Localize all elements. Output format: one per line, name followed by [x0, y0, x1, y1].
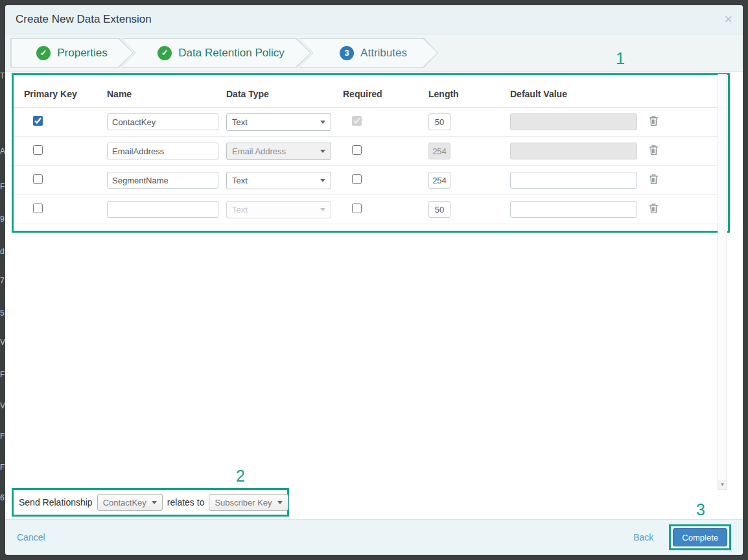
length-input[interactable]	[428, 172, 450, 189]
column-header-length: Length	[428, 89, 510, 99]
table-row: Email Address	[14, 137, 728, 166]
wizard-tab-strip: ✓ Properties ✓ Data Retention Policy 3 A…	[5, 34, 743, 72]
tab-properties[interactable]: ✓ Properties	[10, 38, 134, 68]
background-text-fragment: T	[0, 71, 5, 80]
required-checkbox[interactable]	[352, 174, 362, 184]
modal-title: Create New Data Extension	[16, 13, 152, 26]
name-input[interactable]	[107, 172, 218, 189]
default-value-input	[510, 143, 637, 159]
background-text-fragment: V	[0, 401, 5, 410]
primary-key-checkbox[interactable]	[33, 204, 43, 213]
column-header-name: Name	[107, 89, 226, 99]
data-type-value: Email Address	[232, 146, 320, 156]
column-header-primary-key: Primary Key	[24, 89, 107, 99]
tab-properties-label: Properties	[57, 47, 107, 60]
data-type-select[interactable]: Email Address	[226, 143, 331, 160]
annotation-number-1: 1	[616, 49, 625, 68]
default-value-input[interactable]	[510, 172, 637, 189]
column-header-data-type: Data Type	[226, 89, 343, 99]
table-row: Text	[14, 108, 728, 137]
attributes-table-header: Primary Key Name Data Type Required Leng…	[14, 80, 728, 108]
default-value-input[interactable]	[510, 201, 637, 218]
background-text-fragment: F	[0, 370, 5, 379]
back-link[interactable]: Back	[633, 532, 653, 542]
background-text-fragment: F	[0, 182, 5, 191]
vertical-scrollbar[interactable]: ▼	[718, 74, 727, 490]
data-type-value: Text	[232, 117, 320, 127]
chevron-down-icon	[152, 501, 157, 504]
trash-icon[interactable]	[649, 145, 659, 156]
trash-icon[interactable]	[649, 203, 659, 214]
length-input[interactable]	[428, 201, 450, 218]
tab-data-retention-policy-label: Data Retention Policy	[178, 47, 284, 60]
required-checkbox	[352, 116, 362, 126]
send-relationship-label: Send Relationship	[19, 497, 93, 508]
background-text-fragment: V	[0, 338, 5, 347]
tab-data-retention-policy[interactable]: ✓ Data Retention Policy	[122, 38, 311, 68]
chevron-down-icon	[320, 179, 325, 182]
subscriber-key-value: Subscriber Key	[215, 498, 272, 508]
background-text-fragment: 6	[0, 493, 5, 502]
default-value-input	[510, 113, 637, 130]
subscriber-key-select[interactable]: Subscriber Key	[209, 494, 288, 511]
length-input	[428, 143, 450, 159]
attributes-table-highlight-box: Primary Key Name Data Type Required Leng…	[12, 73, 730, 233]
primary-key-checkbox[interactable]	[33, 116, 43, 126]
background-text-fragment: 7	[0, 276, 5, 285]
background-text-fragment: 9	[0, 215, 5, 224]
check-circle-icon: ✓	[158, 46, 172, 60]
background-text-fragment: 5	[0, 309, 5, 318]
primary-key-checkbox[interactable]	[33, 145, 43, 155]
length-input[interactable]	[428, 113, 450, 130]
chevron-down-icon	[320, 208, 325, 211]
chevron-down-icon	[320, 121, 325, 124]
data-type-value: Text	[232, 205, 320, 215]
trash-icon[interactable]	[649, 174, 659, 185]
modal-header: Create New Data Extension ×	[5, 5, 743, 34]
send-relationship-field-value: ContactKey	[103, 498, 146, 508]
send-relationship-field-select[interactable]: ContactKey	[97, 494, 163, 511]
scrollbar-down-arrow-icon[interactable]: ▼	[718, 480, 727, 489]
background-text-fragment: A	[0, 146, 5, 156]
send-relationship-highlight-box: Send Relationship ContactKey relates to …	[12, 488, 289, 517]
required-checkbox[interactable]	[352, 204, 362, 213]
complete-button[interactable]: Complete	[673, 528, 727, 546]
check-circle-icon: ✓	[36, 46, 51, 60]
name-input[interactable]	[107, 201, 218, 218]
name-input[interactable]	[107, 143, 218, 159]
annotation-number-3: 3	[696, 500, 705, 519]
primary-key-checkbox[interactable]	[33, 174, 43, 184]
step-number-icon: 3	[340, 46, 354, 60]
tab-attributes-label: Attributes	[360, 47, 407, 60]
table-row: Text	[14, 166, 728, 195]
relates-to-label: relates to	[167, 497, 205, 508]
background-text-fragment: F	[0, 432, 5, 441]
create-data-extension-modal: Create New Data Extension × ✓ Properties…	[5, 5, 743, 555]
modal-footer: Cancel Back Complete	[5, 519, 743, 555]
complete-button-highlight-box: Complete	[669, 524, 731, 550]
data-type-select[interactable]: Text	[226, 172, 331, 189]
background-text-fragment: F	[0, 463, 5, 472]
close-icon[interactable]: ×	[724, 12, 732, 27]
chevron-down-icon	[320, 150, 325, 153]
chevron-down-icon	[277, 501, 283, 504]
cancel-link[interactable]: Cancel	[17, 532, 45, 542]
column-header-required: Required	[343, 89, 428, 99]
background-text-fragment: d	[0, 247, 5, 256]
trash-icon[interactable]	[649, 115, 659, 126]
table-row: Text	[14, 195, 728, 224]
annotation-number-2: 2	[236, 467, 245, 485]
data-type-select[interactable]: Text	[226, 113, 331, 131]
data-type-select: Text	[226, 201, 331, 218]
data-type-value: Text	[232, 176, 320, 185]
required-checkbox[interactable]	[352, 145, 362, 155]
tab-attributes[interactable]: 3 Attributes	[299, 38, 438, 68]
name-input[interactable]	[107, 113, 218, 130]
column-header-default-value: Default Value	[510, 89, 644, 99]
